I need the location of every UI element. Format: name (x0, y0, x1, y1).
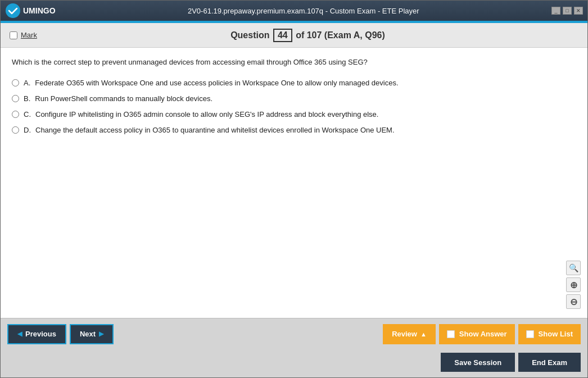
mark-checkbox[interactable] (10, 31, 17, 39)
show-list-label: Show List (539, 330, 573, 338)
close-button[interactable]: ✕ (574, 7, 583, 15)
option-b-letter: B. (24, 94, 30, 104)
option-c: C. Configure IP whitelisting in O365 adm… (12, 110, 576, 120)
option-c-text: Configure IP whitelisting in O365 admin … (35, 110, 378, 120)
option-a-radio[interactable] (12, 79, 19, 86)
option-a-text: Federate O365 with Workspace One and use… (35, 78, 398, 88)
svg-point-0 (6, 3, 20, 18)
zoom-out-button[interactable]: ⊖ (566, 294, 581, 309)
option-b: B. Run PowerShell commands to manually b… (12, 94, 576, 104)
options-list: A. Federate O365 with Workspace One and … (12, 78, 576, 136)
show-list-checkbox-icon (526, 330, 534, 338)
save-session-button[interactable]: Save Session (441, 353, 515, 372)
zoom-controls: 🔍 ⊕ ⊖ (566, 261, 581, 309)
previous-arrow-icon: ◀ (17, 330, 22, 338)
zoom-in-button[interactable]: ⊕ (566, 277, 581, 292)
question-of: of 107 (Exam A, Q96) (296, 30, 385, 40)
option-d-radio[interactable] (12, 126, 19, 134)
previous-button[interactable]: ◀ Previous (7, 324, 66, 344)
review-button[interactable]: Review ▲ (383, 324, 436, 344)
option-c-letter: C. (24, 110, 31, 120)
review-arrow-icon: ▲ (420, 331, 427, 338)
next-button[interactable]: Next ▶ (70, 324, 114, 344)
question-label: Question (230, 30, 269, 40)
maximize-button[interactable]: □ (563, 7, 572, 15)
bottom-toolbar: ◀ Previous Next ▶ Review ▲ Show Answer S… (1, 318, 587, 349)
title-bar: UMINGO 2V0-61.19.prepaway.premium.exam.1… (1, 1, 587, 21)
end-exam-button[interactable]: End Exam (518, 353, 581, 372)
next-arrow-icon: ▶ (99, 330, 103, 338)
window-controls[interactable]: _ □ ✕ (551, 7, 583, 15)
option-b-radio[interactable] (12, 95, 19, 102)
window-title: 2V0-61.19.prepaway.premium.exam.107q - C… (56, 7, 551, 15)
option-d-letter: D. (24, 125, 31, 135)
action-bar: Save Session End Exam (1, 349, 587, 377)
show-answer-button[interactable]: Show Answer (439, 324, 515, 344)
previous-label: Previous (25, 330, 56, 338)
logo-text: UMINGO (23, 6, 56, 15)
question-number-box: 44 (273, 29, 292, 42)
main-content: Which is the correct step to prevent unm… (1, 48, 587, 318)
review-label: Review (392, 330, 417, 338)
show-answer-checkbox-icon (447, 330, 455, 338)
title-bar-left: UMINGO (5, 3, 56, 19)
option-d-text: Change the default access policy in O365… (35, 125, 395, 135)
header-area: Mark Question 44 of 107 (Exam A, Q96) (1, 23, 587, 48)
show-list-button[interactable]: Show List (518, 324, 581, 344)
mark-label[interactable]: Mark (21, 31, 37, 39)
option-a: A. Federate O365 with Workspace One and … (12, 78, 576, 88)
search-button[interactable]: 🔍 (566, 261, 581, 275)
option-d: D. Change the default access policy in O… (12, 125, 576, 135)
option-b-text: Run PowerShell commands to manually bloc… (35, 94, 212, 104)
minimize-button[interactable]: _ (551, 7, 560, 15)
option-a-letter: A. (24, 78, 30, 88)
vumingo-logo (5, 3, 21, 19)
logo: UMINGO (5, 3, 56, 19)
option-c-radio[interactable] (12, 111, 19, 118)
mark-container[interactable]: Mark (10, 31, 37, 39)
question-info: Question 44 of 107 (Exam A, Q96) (37, 29, 578, 42)
show-answer-label: Show Answer (459, 330, 507, 338)
bottom-wrapper: ◀ Previous Next ▶ Review ▲ Show Answer S… (1, 318, 587, 377)
next-label: Next (80, 330, 96, 338)
question-text: Which is the correct step to prevent unm… (12, 57, 576, 68)
